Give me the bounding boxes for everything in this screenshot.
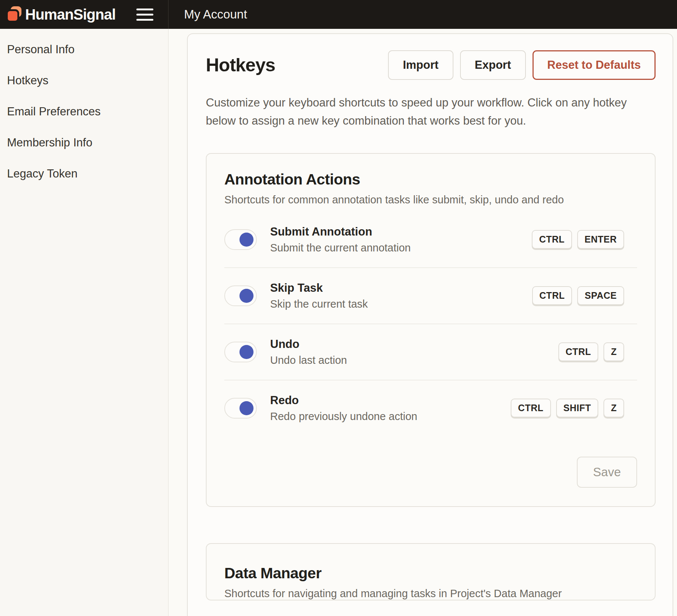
hotkey-row-submit-annotation: Submit AnnotationSubmit the current anno… [224, 212, 637, 268]
sidebar-item-legacy-token[interactable]: Legacy Token [0, 158, 168, 189]
keycap-ctrl[interactable]: CTRL [532, 230, 572, 249]
hotkey-combination[interactable]: CTRLSHIFTZ [511, 399, 624, 417]
sidebar-item-email-preferences[interactable]: Email Preferences [0, 96, 168, 127]
hotkey-rows: Submit AnnotationSubmit the current anno… [224, 212, 637, 436]
save-row: Save [224, 457, 637, 506]
data-manager-card: Data Manager Shortcuts for navigating an… [206, 543, 656, 600]
hotkey-row-redo: RedoRedo previously undone actionCTRLSHI… [224, 380, 637, 436]
sidebar-item-hotkeys[interactable]: Hotkeys [0, 65, 168, 96]
section-subtitle-data-manager: Shortcuts for navigating and managing ta… [224, 588, 637, 600]
section-title-annotation-actions: Annotation Actions [224, 171, 637, 188]
keycap-space[interactable]: SPACE [577, 286, 624, 305]
keycap-shift[interactable]: SHIFT [556, 399, 599, 417]
toggle-skip-task[interactable] [224, 285, 257, 306]
hotkey-description: Skip the current task [270, 298, 532, 310]
toggle-redo[interactable] [224, 398, 257, 419]
save-button[interactable]: Save [577, 457, 637, 488]
keycap-ctrl[interactable]: CTRL [532, 286, 572, 305]
hotkey-combination[interactable]: CTRLENTER [532, 230, 624, 249]
hotkey-name: Submit Annotation [270, 225, 532, 238]
logo-square-coral [6, 9, 19, 23]
hotkey-row-text: UndoUndo last action [270, 338, 558, 366]
toggle-knob [239, 289, 254, 303]
hamburger-menu-icon[interactable] [136, 9, 153, 21]
hotkey-name: Undo [270, 338, 558, 351]
humansignal-logo-icon [6, 6, 24, 23]
hotkeys-description: Customize your keyboard shortcuts to spe… [206, 94, 656, 130]
sidebar-item-membership-info[interactable]: Membership Info [0, 127, 168, 158]
brand-name: HumanSignal [25, 6, 116, 23]
top-bar: HumanSignal My Account [0, 0, 677, 29]
hotkey-row-text: Submit AnnotationSubmit the current anno… [270, 225, 532, 254]
toggle-knob [239, 401, 254, 415]
toggle-undo[interactable] [224, 342, 257, 362]
keycap-z[interactable]: Z [603, 399, 624, 417]
hotkeys-heading: Hotkeys [206, 54, 275, 76]
hotkey-description: Redo previously undone action [270, 410, 511, 423]
topbar-brand-area: HumanSignal [0, 0, 169, 29]
account-sidebar: Personal InfoHotkeysEmail PreferencesMem… [0, 29, 169, 616]
main-content: Hotkeys Import Export Reset to Defaults … [169, 29, 677, 616]
section-title-data-manager: Data Manager [224, 565, 637, 582]
sidebar-item-personal-info[interactable]: Personal Info [0, 34, 168, 65]
keycap-ctrl[interactable]: CTRL [511, 399, 551, 417]
keycap-enter[interactable]: ENTER [577, 230, 624, 249]
toggle-submit-annotation[interactable] [224, 229, 257, 250]
hotkey-description: Undo last action [270, 354, 558, 366]
toggle-knob [239, 233, 254, 247]
topbar-title-area: My Account [169, 0, 677, 29]
hotkey-row-text: Skip TaskSkip the current task [270, 281, 532, 310]
hotkey-name: Skip Task [270, 281, 532, 295]
hotkey-row-undo: UndoUndo last actionCTRLZ [224, 324, 637, 380]
hotkey-combination[interactable]: CTRLZ [558, 342, 624, 361]
hotkeys-header: Hotkeys Import Export Reset to Defaults [206, 50, 656, 80]
toggle-knob [239, 345, 254, 359]
keycap-ctrl[interactable]: CTRL [558, 342, 599, 361]
keycap-z[interactable]: Z [603, 342, 624, 361]
header-actions: Import Export Reset to Defaults [388, 50, 656, 80]
page-title: My Account [184, 7, 247, 21]
hotkeys-panel: Hotkeys Import Export Reset to Defaults … [187, 33, 673, 616]
hotkey-combination[interactable]: CTRLSPACE [532, 286, 624, 305]
section-subtitle-annotation-actions: Shortcuts for common annotation tasks li… [224, 194, 637, 206]
annotation-actions-card: Annotation Actions Shortcuts for common … [206, 153, 656, 507]
hotkey-name: Redo [270, 394, 511, 407]
export-button[interactable]: Export [460, 50, 526, 80]
hotkey-row-text: RedoRedo previously undone action [270, 394, 511, 423]
import-button[interactable]: Import [388, 50, 453, 80]
reset-to-defaults-button[interactable]: Reset to Defaults [533, 50, 656, 80]
hotkey-row-skip-task: Skip TaskSkip the current taskCTRLSPACE [224, 268, 637, 324]
hotkey-description: Submit the current annotation [270, 242, 532, 254]
